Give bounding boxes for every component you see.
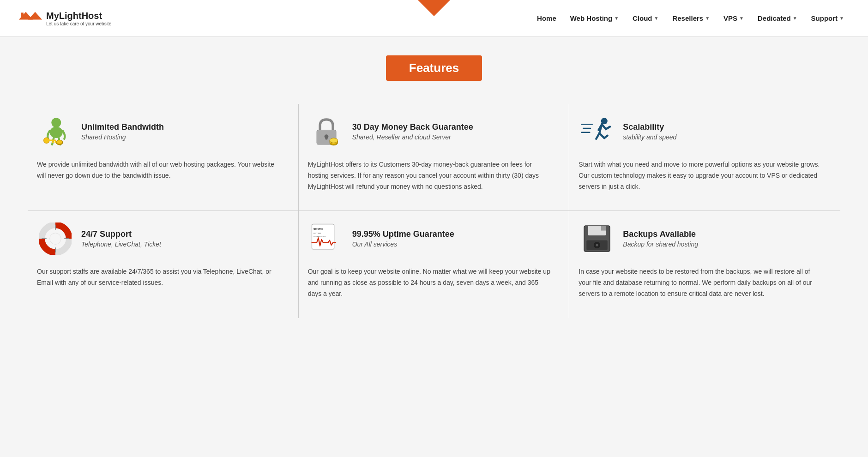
feature-header-bandwidth: Unlimited Bandwidth Shared Hosting [37, 113, 280, 150]
nav-item-cloud[interactable]: Cloud ▼ [627, 11, 664, 26]
features-heading: Features [28, 55, 840, 81]
nav-link-resellers[interactable]: Resellers ▼ [667, 11, 715, 26]
chevron-down-icon: ▼ [793, 16, 797, 21]
nav-link-support[interactable]: Support ▼ [806, 11, 850, 26]
chevron-down-icon: ▼ [705, 16, 710, 21]
features-badge: Features [386, 55, 482, 81]
feature-title-block-money-back: 30 Day Money Back Guarantee Shared, Rese… [352, 122, 473, 141]
feature-desc-support: Our support staffs are available 24/7/36… [37, 266, 280, 289]
svg-rect-35 [601, 226, 606, 231]
nav-links: Home Web Hosting ▼ Cloud ▼ Resellers ▼ V… [531, 11, 850, 26]
chevron-down-icon: ▼ [739, 16, 744, 21]
feature-header-backups: Backups Available Backup for shared host… [579, 220, 822, 257]
svg-rect-14 [325, 137, 327, 140]
chevron-down-icon: ▼ [839, 16, 844, 21]
feature-desc-backups: In case your website needs to be restore… [579, 266, 822, 299]
feature-header-money-back: 30 Day Money Back Guarantee Shared, Rese… [308, 113, 551, 150]
svg-point-5 [50, 127, 63, 138]
feature-subtitle-scalability: stability and speed [623, 133, 676, 141]
feature-title-bandwidth: Unlimited Bandwidth [81, 122, 164, 132]
svg-point-6 [44, 138, 49, 143]
feature-desc-bandwidth: We provide unlimited bandwidth with all … [37, 159, 280, 181]
svg-rect-3 [21, 12, 24, 17]
feature-title-block-scalability: Scalability stability and speed [623, 122, 676, 141]
svg-rect-8 [54, 141, 56, 143]
svg-text:UPTIME: UPTIME [313, 232, 321, 235]
nav-item-vps[interactable]: VPS ▼ [718, 11, 749, 26]
top-arrow [418, 0, 450, 16]
features-grid: Unlimited Bandwidth Shared Hosting We pr… [28, 104, 840, 318]
scalability-icon [579, 113, 615, 150]
nav-item-home[interactable]: Home [531, 11, 562, 26]
logo-link[interactable]: MyLightHost Let us take care of your web… [18, 9, 111, 28]
feature-title-backups: Backups Available [623, 229, 698, 239]
svg-text:99.95%: 99.95% [313, 227, 323, 230]
svg-point-23 [47, 230, 65, 248]
feature-support: 24/7 Support Telephone, LiveChat, Ticket… [28, 210, 299, 318]
nav-link-home[interactable]: Home [531, 11, 562, 26]
feature-title-scalability: Scalability [623, 122, 676, 132]
svg-point-4 [51, 118, 61, 127]
feature-money-back: 30 Day Money Back Guarantee Shared, Rese… [299, 104, 570, 210]
feature-title-block-bandwidth: Unlimited Bandwidth Shared Hosting [81, 122, 164, 141]
feature-desc-uptime: Our goal is to keep your website online.… [308, 266, 551, 299]
feature-title-support: 24/7 Support [81, 229, 161, 239]
nav-item-support[interactable]: Support ▼ [806, 11, 850, 26]
nav-item-dedicated[interactable]: Dedicated ▼ [752, 11, 803, 26]
svg-marker-2 [28, 12, 42, 19]
feature-backups: Backups Available Backup for shared host… [569, 210, 840, 318]
nav-item-web-hosting[interactable]: Web Hosting ▼ [565, 11, 624, 26]
feature-title-block-support: 24/7 Support Telephone, LiveChat, Ticket [81, 229, 161, 248]
nav-link-dedicated[interactable]: Dedicated ▼ [752, 11, 803, 26]
svg-text:GUARANTEE: GUARANTEE [313, 235, 326, 238]
feature-title-uptime: 99.95% Uptime Guarantee [352, 229, 454, 239]
nav-link-cloud[interactable]: Cloud ▼ [627, 11, 664, 26]
feature-subtitle-uptime: Our All services [352, 241, 454, 248]
logo-name: MyLightHost [46, 11, 111, 21]
feature-header-support: 24/7 Support Telephone, LiveChat, Ticket [37, 220, 280, 257]
money-back-icon [308, 113, 345, 150]
feature-desc-money-back: MyLightHost offers to its Customers 30-d… [308, 159, 551, 192]
uptime-icon: 99.95% UPTIME GUARANTEE [308, 220, 345, 257]
bandwidth-icon [37, 113, 74, 150]
svg-rect-7 [49, 140, 56, 142]
navbar: MyLightHost Let us take care of your web… [0, 0, 868, 37]
nav-item-resellers[interactable]: Resellers ▼ [667, 11, 715, 26]
chevron-down-icon: ▼ [654, 16, 659, 21]
nav-link-vps[interactable]: VPS ▼ [718, 11, 749, 26]
support-icon [37, 220, 74, 257]
feature-uptime: 99.95% UPTIME GUARANTEE 99.95% Uptime Gu… [299, 210, 570, 318]
logo-tagline: Let us take care of your website [46, 21, 111, 26]
feature-subtitle-support: Telephone, LiveChat, Ticket [81, 241, 161, 248]
feature-scalability: Scalability stability and speed Start wi… [569, 104, 840, 210]
svg-point-38 [596, 244, 598, 247]
feature-subtitle-money-back: Shared, Reseller and cloud Server [352, 133, 473, 141]
feature-header-uptime: 99.95% UPTIME GUARANTEE 99.95% Uptime Gu… [308, 220, 551, 257]
logo-text: MyLightHost Let us take care of your web… [46, 11, 111, 26]
main-content: Features [0, 37, 868, 346]
feature-title-block-backups: Backups Available Backup for shared host… [623, 229, 698, 248]
svg-point-11 [56, 140, 63, 144]
feature-subtitle-bandwidth: Shared Hosting [81, 133, 164, 141]
feature-subtitle-backups: Backup for shared hosting [623, 241, 698, 248]
feature-title-block-uptime: 99.95% Uptime Guarantee Our All services [352, 229, 454, 248]
nav-link-web-hosting[interactable]: Web Hosting ▼ [565, 11, 624, 26]
feature-desc-scalability: Start with what you need and move to mor… [579, 159, 822, 192]
svg-rect-9 [52, 141, 54, 143]
backups-icon [579, 220, 615, 257]
svg-point-17 [330, 138, 338, 143]
feature-bandwidth: Unlimited Bandwidth Shared Hosting We pr… [28, 104, 299, 210]
svg-marker-0 [418, 0, 450, 16]
logo-icon [18, 9, 42, 28]
chevron-down-icon: ▼ [614, 16, 619, 21]
feature-title-money-back: 30 Day Money Back Guarantee [352, 122, 473, 132]
feature-header-scalability: Scalability stability and speed [579, 113, 822, 150]
